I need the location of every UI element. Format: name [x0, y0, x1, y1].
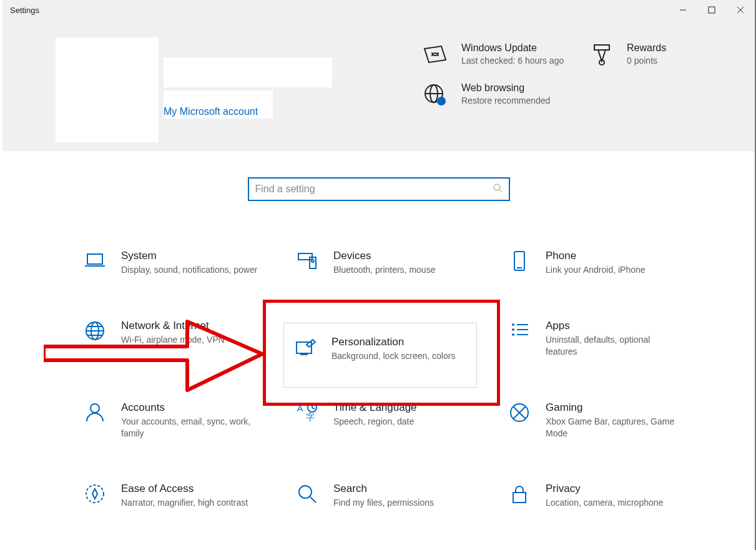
- window-title: Settings: [10, 6, 39, 15]
- windows-update-sub: Last checked: 6 hours ago: [461, 55, 577, 66]
- category-title: Accounts: [121, 401, 258, 414]
- search-wrap: [2, 151, 755, 201]
- phone-icon: [508, 250, 546, 272]
- microsoft-account-link[interactable]: My Microsoft account: [164, 106, 258, 117]
- category-sub: Location, camera, microphone: [546, 497, 663, 509]
- category-sub: Your accounts, email, sync, work, family: [121, 416, 258, 440]
- category-search[interactable]: SearchFind my files, permissions: [296, 483, 508, 509]
- account-band: My Microsoft account Windows Update Last…: [2, 20, 755, 151]
- status-grid: Windows Update Last checked: 6 hours ago…: [408, 42, 727, 107]
- svg-line-12: [499, 190, 502, 192]
- category-sub: Wi-Fi, airplane mode, VPN: [121, 334, 225, 346]
- windows-update-status[interactable]: Windows Update Last checked: 6 hours ago: [461, 42, 577, 67]
- svg-point-40: [299, 486, 312, 498]
- apps-icon: [508, 320, 546, 342]
- category-system[interactable]: SystemDisplay, sound, notifications, pow…: [84, 250, 296, 276]
- category-title: Personalization: [331, 336, 455, 348]
- category-ease-of-access[interactable]: Ease of AccessNarrator, magnifier, high …: [84, 483, 296, 509]
- search-cat-icon: [296, 483, 333, 505]
- rewards-title: Rewards: [627, 42, 727, 54]
- category-personalization[interactable]: PersonalizationBackground, lock screen, …: [283, 323, 477, 388]
- svg-point-17: [312, 260, 314, 262]
- web-browsing-icon: [408, 82, 461, 107]
- xbox-icon: [508, 401, 546, 424]
- category-privacy[interactable]: PrivacyLocation, camera, microphone: [508, 483, 720, 509]
- svg-rect-5: [594, 45, 609, 50]
- rewards-icon: [577, 42, 627, 67]
- category-phone[interactable]: PhoneLink your Android, iPhone: [508, 250, 720, 276]
- close-button[interactable]: [726, 0, 755, 20]
- category-title: Apps: [546, 320, 683, 332]
- windows-update-title: Windows Update: [461, 42, 577, 54]
- windows-update-icon: [408, 42, 461, 67]
- ease-icon: [84, 483, 121, 505]
- maximize-button[interactable]: [697, 0, 726, 20]
- svg-text:A: A: [297, 403, 303, 413]
- rewards-status[interactable]: Rewards 0 points: [627, 42, 727, 67]
- category-sub: Uninstall, defaults, optional features: [546, 334, 683, 358]
- svg-line-41: [310, 497, 316, 503]
- personalization-icon: [294, 336, 331, 358]
- category-sub: Display, sound, notifications, power: [121, 264, 257, 276]
- svg-marker-4: [425, 46, 446, 62]
- globe-icon: [84, 320, 121, 342]
- category-title: Devices: [333, 250, 435, 262]
- category-sub: Bluetooth, printers, mouse: [333, 264, 435, 276]
- category-accounts[interactable]: AccountsYour accounts, email, sync, work…: [84, 401, 296, 440]
- category-title: Network & Internet: [121, 320, 225, 332]
- svg-rect-42: [513, 493, 526, 503]
- laptop-icon: [84, 250, 121, 272]
- category-title: Search: [333, 483, 434, 495]
- avatar: [56, 37, 159, 142]
- titlebar: Settings: [2, 0, 755, 20]
- svg-line-36: [312, 408, 315, 409]
- settings-window: Settings My Microsoft account Windows Up…: [2, 0, 756, 550]
- time-lang-icon: A字: [296, 401, 333, 424]
- web-browsing-sub: Restore recommended: [461, 95, 577, 106]
- svg-text:字: 字: [306, 412, 315, 422]
- rewards-sub: 0 points: [627, 55, 727, 66]
- category-title: Ease of Access: [121, 483, 248, 495]
- window-buttons: [669, 0, 755, 20]
- svg-rect-13: [87, 254, 102, 264]
- category-network[interactable]: Network & InternetWi-Fi, airplane mode, …: [84, 320, 296, 358]
- minimize-button[interactable]: [669, 0, 697, 20]
- category-title: Gaming: [546, 401, 683, 414]
- svg-marker-39: [92, 489, 97, 499]
- category-sub: Narrator, magnifier, high contrast: [121, 497, 248, 509]
- category-title: Time & Language: [333, 401, 417, 414]
- web-browsing-status[interactable]: Web browsing Restore recommended: [461, 82, 577, 107]
- category-apps[interactable]: AppsUninstall, defaults, optional featur…: [508, 320, 720, 358]
- category-sub: Find my files, permissions: [333, 497, 434, 509]
- category-title: Phone: [546, 250, 646, 262]
- category-title: Privacy: [546, 483, 663, 495]
- category-sub: Xbox Game Bar, captures, Game Mode: [546, 416, 683, 440]
- category-sub: Background, lock screen, colors: [331, 350, 455, 362]
- category-title: System: [121, 250, 257, 262]
- lock-icon: [508, 483, 546, 505]
- search-input[interactable]: [255, 184, 493, 195]
- search-box[interactable]: [248, 177, 510, 201]
- category-sub: Speech, region, date: [333, 416, 417, 428]
- category-devices[interactable]: DevicesBluetooth, printers, mouse: [296, 250, 508, 276]
- svg-point-11: [494, 184, 500, 190]
- category-sub: Link your Android, iPhone: [546, 264, 646, 276]
- web-browsing-title: Web browsing: [461, 82, 577, 94]
- svg-rect-43: [297, 342, 312, 353]
- svg-point-10: [437, 97, 446, 106]
- person-icon: [84, 401, 121, 424]
- search-icon: [493, 183, 503, 195]
- category-time-language[interactable]: A字 Time & LanguageSpeech, region, date: [296, 401, 508, 440]
- devices-icon: [296, 250, 333, 272]
- account-name-redacted: [164, 57, 332, 87]
- svg-point-31: [91, 404, 99, 413]
- category-gaming[interactable]: GamingXbox Game Bar, captures, Game Mode: [508, 401, 720, 440]
- svg-rect-1: [709, 7, 715, 13]
